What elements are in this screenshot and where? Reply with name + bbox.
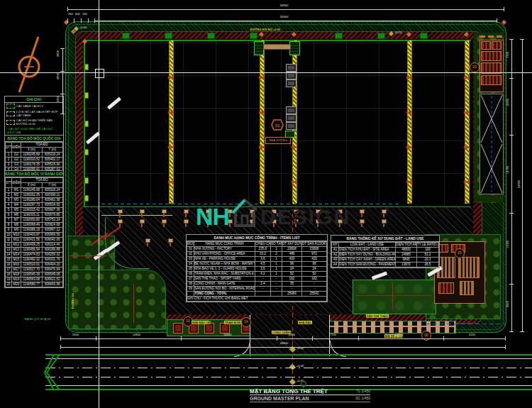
dim-text: 350 — [68, 13, 73, 16]
dim-line-left — [62, 48, 63, 114]
table-row: 11M111190421.56606042.00 — [6, 238, 63, 243]
note-symbol-icon — [6, 111, 15, 116]
coord-table-boundary: BẢNG TỌA ĐỘ MỐC VỊ RANH GIỚI STTĐIỂMTỌA … — [4, 170, 64, 288]
canopy-bar — [263, 44, 291, 50]
field-dim-line — [392, 282, 393, 310]
dim-text-vertical: 8900 — [506, 301, 509, 307]
gatehouse-unit — [220, 323, 230, 333]
landuse-row: A3DIỆN TÍCH CÂY XANH - GREEN AREA984520.… — [332, 258, 439, 263]
schedule-row: 07SÂN THỂ THAO - SPORT YARD--162162 — [187, 277, 327, 282]
landuse-grid: KHLOẠI ĐẤT - LAND USEDIỆN TÍCH AREA (M2)… — [331, 242, 439, 268]
west-wall-block — [84, 121, 89, 127]
dim-text: 14800 — [133, 333, 140, 336]
schedule-row: 03NHÀ XE - PARKING HOUSE3.61420420 — [187, 257, 327, 262]
table-row: 1G11190245.68605318.24 — [6, 153, 63, 158]
dim-tick — [505, 345, 506, 349]
site-label: SÂN THỂ THAO — [366, 314, 389, 318]
dim-tick — [60, 71, 65, 72]
roller-door-marker — [335, 33, 343, 39]
column-red-tick — [406, 111, 411, 114]
dim-text: 600 — [75, 13, 80, 16]
schedule-row: 09SÂN ĐƯỜNG NỘI BỘ - INTERNAL ROAD---- — [187, 287, 327, 292]
canopy-tree — [140, 219, 145, 227]
dim-tick — [497, 18, 497, 23]
canopy-tree — [184, 209, 189, 217]
site-label: TRẠM BƠM — [224, 321, 241, 324]
road-direction-chevrons — [44, 353, 62, 392]
dim-tick — [81, 18, 82, 23]
spot-level-text: +0.15 — [394, 31, 401, 34]
road-centerline-1 — [45, 368, 532, 368]
column-grid-strip — [407, 40, 412, 204]
table-row: 13M131190456.94606186.88 — [6, 248, 63, 253]
dim-tick — [443, 336, 444, 341]
road-edge-line-top — [45, 358, 532, 359]
dim-tick — [509, 331, 514, 332]
canopy-tree — [382, 219, 387, 227]
roller-door-marker — [122, 33, 130, 39]
table-row: 17M171190527.70606476.64 — [6, 268, 63, 272]
column-red-tick — [168, 146, 173, 148]
drawing-canvas[interactable]: 01NHÀ XƯỞNGĐD 0204060305+0.00+0.15+0.00+… — [0, 0, 532, 408]
column-red-tick — [168, 77, 173, 79]
table-row: 19M191190563.08606621.52 — [6, 277, 63, 282]
column-grid-strip — [465, 40, 470, 204]
dim-line-bottom — [60, 338, 505, 339]
red-dim-line-v — [133, 284, 134, 323]
dim-line-bottom-total — [60, 347, 505, 348]
canopy-tree — [140, 209, 145, 217]
schedule-row: 08CỔNG CHÍNH - MAIN GATE2.4-35- — [187, 282, 327, 287]
site-label: NHÀ BẢO VỆ — [192, 321, 211, 324]
watermark-text-secondary: DESIGN — [260, 206, 350, 228]
dim-text: 5500 — [72, 333, 79, 336]
awning-tick — [497, 35, 502, 38]
dim-tick — [94, 18, 95, 23]
awning-tick — [488, 35, 494, 38]
room-hex-tag: 01 — [271, 119, 284, 131]
crosshair-pickbox[interactable] — [95, 69, 104, 78]
stair-core-right — [289, 41, 300, 55]
note-text: LỐI ĐI BỘ LÁT GẠCH KẾT HỢP CÂY XANH — [16, 110, 62, 117]
schedule-table: DANH MỤC HẠNG MỤC CÔNG TRÌNH - ITEMS LIS… — [186, 234, 328, 302]
landscape-area-southwest — [68, 270, 166, 329]
note-symbol-icon — [6, 104, 15, 109]
column-red-tick — [464, 111, 469, 114]
dim-text: 66300 — [280, 16, 288, 18]
dim-text-vertical: 13300 — [506, 241, 509, 248]
dim-tick — [181, 336, 182, 341]
dim-line-right — [511, 39, 512, 331]
nhi-design-watermark: NH DESIGN — [196, 194, 350, 228]
dim-tick — [60, 336, 61, 341]
dim-tick — [509, 78, 514, 79]
crosshair-vertical[interactable] — [99, 0, 99, 408]
item-circle-tag: 04 — [241, 317, 251, 327]
column-red-tick — [464, 77, 469, 79]
canopy-tree — [360, 219, 365, 227]
note-text: CÂY XANH CÁCH LY — [16, 104, 44, 108]
dim-tick — [520, 39, 524, 40]
schedule-row: 04BỂ NƯỚC NGẦM + NHÀ BƠM - WATER TANK & … — [187, 262, 327, 267]
table-row: 14M141190474.63606259.32 — [6, 253, 63, 258]
table-row: 20M201190580.77606693.96 — [6, 282, 63, 287]
office-room — [458, 257, 480, 278]
table-row: 8M81190368.49605824.68 — [6, 223, 63, 228]
column-red-tick — [259, 181, 264, 183]
stair-core-left — [254, 41, 264, 55]
equipment-box — [286, 79, 297, 87]
column-grid-strip — [260, 40, 265, 204]
dim-tick — [277, 336, 277, 341]
table-row: 2M21190262.35605390.11 — [6, 193, 63, 198]
crosshair-horizontal[interactable] — [0, 72, 532, 73]
dim-tick — [509, 39, 514, 40]
equipment-box — [286, 114, 297, 122]
column-red-tick — [259, 111, 264, 114]
canopy-tree — [360, 209, 365, 217]
dim-text-vertical: 14700 — [506, 166, 509, 174]
dim-text: 6000 — [289, 333, 295, 336]
dim-tick — [88, 18, 89, 23]
dim-tick — [67, 7, 68, 11]
column-red-tick — [168, 181, 173, 183]
spot-level-text: +0.00 — [79, 26, 87, 29]
dim-text-vertical: 4800 — [57, 73, 60, 79]
svg-text:01: 01 — [275, 123, 280, 128]
